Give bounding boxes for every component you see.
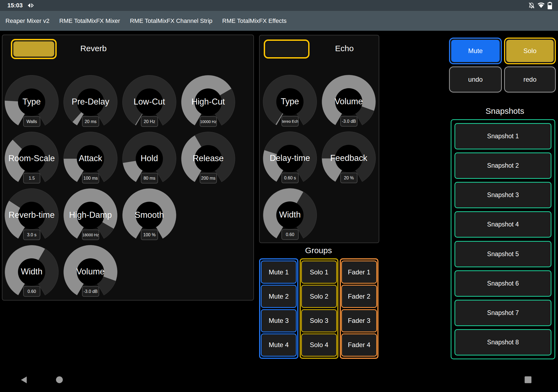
- undo-button[interactable]: undo: [449, 66, 502, 93]
- group-button-solo-1[interactable]: Solo 1: [301, 261, 337, 284]
- tab-rme-totalmixfx-effects[interactable]: RME TotalMixFX Effects: [217, 17, 292, 24]
- echo-knob-volume[interactable]: Volume-3.0 dB: [319, 74, 378, 130]
- reverb-knob-high-cut[interactable]: High-Cut10000 Hz: [179, 74, 238, 130]
- echo-knob-delay-time-value: 0.60 s: [281, 173, 299, 183]
- reverb-knob-high-damp[interactable]: High-Damp18000 Hz: [61, 187, 120, 244]
- tab-rme-totalmixfx-channel-strip[interactable]: RME TotalMixFX Channel Strip: [125, 17, 217, 24]
- reverb-knob-reverb-time-label: Reverb-time: [9, 210, 55, 220]
- empty-cell: [319, 187, 378, 243]
- reverb-knob-high-cut-label: High-Cut: [192, 97, 225, 107]
- snapshot-button-3[interactable]: Snapshot 3: [454, 182, 551, 208]
- reverb-knob-high-damp-label: High-Damp: [69, 210, 112, 220]
- group-button-solo-4[interactable]: Solo 4: [301, 333, 337, 357]
- reverb-knob-hold-label: Hold: [141, 154, 158, 163]
- snapshots-box: Snapshot 1Snapshot 2Snapshot 3Snapshot 4…: [451, 119, 555, 359]
- mute-button[interactable]: Mute: [449, 38, 502, 64]
- status-icons: [529, 0, 552, 11]
- echo-enable-led: [266, 42, 307, 56]
- snapshot-button-7[interactable]: Snapshot 7: [454, 300, 551, 326]
- reverb-knob-attack-label: Attack: [79, 154, 102, 163]
- group-button-mute-4[interactable]: Mute 4: [261, 333, 297, 357]
- snapshot-button-5[interactable]: Snapshot 5: [454, 241, 551, 267]
- group-button-mute-3[interactable]: Mute 3: [261, 309, 297, 332]
- undo-button-label: undo: [450, 67, 501, 92]
- snapshot-button-6[interactable]: Snapshot 6: [454, 270, 551, 297]
- reverb-knob-smooth-label: Smooth: [135, 210, 164, 220]
- solo-button[interactable]: Solo: [504, 38, 556, 64]
- group-button-mute-1[interactable]: Mute 1: [261, 261, 297, 284]
- echo-knob-delay-time[interactable]: Delay-time0.60 s: [260, 130, 319, 187]
- redo-button[interactable]: redo: [504, 66, 556, 93]
- snapshot-button-1[interactable]: Snapshot 1: [454, 123, 551, 149]
- echo-knob-feedback[interactable]: Feedback20 %: [319, 130, 378, 187]
- mute-button-label: Mute: [450, 39, 501, 63]
- snapshot-button-4[interactable]: Snapshot 4: [454, 211, 551, 238]
- groups-title: Groups: [305, 246, 332, 255]
- reverb-knob-low-cut[interactable]: Low-Cut20 Hz: [120, 74, 179, 130]
- reverb-knob-low-cut-label: Low-Cut: [134, 97, 165, 107]
- reverb-knob-attack[interactable]: Attack100 ms: [61, 130, 120, 187]
- reverb-knob-hold[interactable]: Hold80 ms: [120, 130, 179, 187]
- echo-knob-feedback-value: 20 %: [340, 173, 357, 183]
- empty-cell: [120, 244, 179, 300]
- echo-knob-volume-value: -3.0 dB: [340, 116, 357, 127]
- home-icon[interactable]: [56, 376, 63, 384]
- reverb-knob-hold-value: 80 ms: [141, 173, 158, 183]
- recents-icon[interactable]: [524, 376, 532, 383]
- group-column-fader: Fader 1Fader 2Fader 3Fader 4: [340, 258, 378, 359]
- reverb-knob-smooth-value: 100 %: [141, 229, 158, 240]
- echo-knob-type-value: Stereo Echo: [281, 116, 299, 127]
- reverb-knob-smooth[interactable]: Smooth100 %: [120, 187, 179, 244]
- reverb-knob-room-scale[interactable]: Room-Scale1.5: [2, 130, 61, 187]
- tab-bar: Reaper Mixer v2RME TotalMixFX MixerRME T…: [0, 11, 558, 31]
- echo-knob-feedback-label: Feedback: [330, 153, 367, 163]
- wifi-icon: [537, 2, 545, 9]
- reverb-knob-reverb-time-value: 3.0 s: [23, 229, 40, 240]
- reverb-enable-toggle[interactable]: [11, 39, 57, 59]
- group-button-fader-4[interactable]: Fader 4: [341, 333, 377, 357]
- echo-panel: Echo TypeStereo EchoVolume-3.0 dBDelay-t…: [259, 35, 379, 243]
- echo-knob-type[interactable]: TypeStereo Echo: [260, 74, 319, 130]
- empty-cell: [179, 244, 238, 300]
- reverb-knob-width[interactable]: Width0.60: [2, 244, 61, 300]
- echo-enable-toggle[interactable]: [264, 39, 310, 59]
- group-button-solo-3[interactable]: Solo 3: [301, 309, 337, 332]
- snapshot-button-2[interactable]: Snapshot 2: [454, 152, 551, 179]
- group-column-solo: Solo 1Solo 2Solo 3Solo 4: [300, 258, 338, 359]
- group-button-fader-2[interactable]: Fader 2: [341, 285, 377, 308]
- clock: 15:03: [7, 0, 23, 11]
- echo-knob-delay-time-label: Delay-time: [270, 153, 310, 163]
- group-button-solo-2[interactable]: Solo 2: [301, 285, 337, 308]
- reverb-knob-attack-value: 100 ms: [82, 173, 99, 183]
- tab-reaper-mixer-v2[interactable]: Reaper Mixer v2: [0, 17, 54, 24]
- snapshot-button-8[interactable]: Snapshot 8: [454, 329, 551, 356]
- reverb-knob-type[interactable]: TypeWalls: [2, 74, 61, 130]
- reverb-knob-room-scale-label: Room-Scale: [8, 154, 55, 163]
- reverb-knob-release-label: Release: [193, 154, 224, 163]
- reverb-knob-grid: TypeWallsPre-Delay20 msLow-Cut20 HzHigh-…: [2, 74, 238, 300]
- echo-title: Echo: [335, 44, 354, 53]
- reverb-knob-pre-delay[interactable]: Pre-Delay20 ms: [61, 74, 120, 130]
- echo-knob-type-label: Type: [281, 97, 299, 106]
- nav-bar: [0, 365, 558, 392]
- reverb-knob-release[interactable]: Release200 ms: [179, 130, 238, 187]
- tab-rme-totalmixfx-mixer[interactable]: RME TotalMixFX Mixer: [54, 17, 125, 24]
- reverb-knob-volume[interactable]: Volume-3.0 dB: [61, 244, 120, 300]
- reverb-knob-volume-value: -3.0 dB: [82, 286, 99, 297]
- reverb-enable-led: [13, 41, 54, 57]
- reverb-knob-low-cut-value: 20 Hz: [141, 116, 158, 127]
- back-icon[interactable]: [21, 376, 27, 384]
- reverb-knob-type-value: Walls: [23, 116, 40, 127]
- group-button-fader-3[interactable]: Fader 3: [341, 309, 377, 332]
- reverb-knob-high-cut-value: 10000 Hz: [200, 116, 217, 127]
- echo-knob-grid: TypeStereo EchoVolume-3.0 dBDelay-time0.…: [260, 74, 378, 243]
- echo-knob-width[interactable]: Width0.60: [260, 187, 319, 243]
- group-button-fader-1[interactable]: Fader 1: [341, 261, 377, 284]
- reverb-knob-room-scale-value: 1.5: [23, 173, 40, 183]
- echo-knob-width-value: 0.60: [281, 229, 299, 240]
- sound-toggle-icon: [28, 2, 35, 9]
- reverb-knob-reverb-time[interactable]: Reverb-time3.0 s: [2, 187, 61, 244]
- reverb-panel: Reverb TypeWallsPre-Delay20 msLow-Cut20 …: [2, 35, 254, 301]
- screen: 15:03 Reaper Mixer v2RME TotalMixFX M: [0, 0, 558, 392]
- group-button-mute-2[interactable]: Mute 2: [261, 285, 297, 308]
